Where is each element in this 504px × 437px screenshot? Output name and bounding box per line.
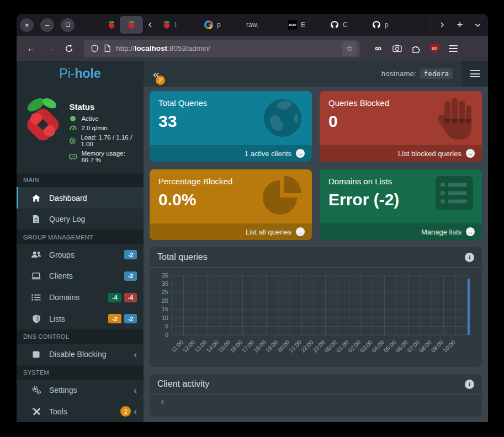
list-icon [31,294,41,301]
clients-badge: -2 [124,271,137,281]
url-text[interactable]: http://localhost:8053/admin/ [116,44,210,52]
svg-text:35: 35 [162,272,168,279]
card-footer-label: Manage lists [421,228,461,236]
lists-enabled-badge: -2 [108,314,121,323]
reload-button[interactable] [61,40,77,57]
sidebar-item-tools[interactable]: Tools 2‹ [17,401,144,423]
chevron-left-icon: ‹ [134,386,137,395]
total-queries-chart[interactable]: 3530252015105011:0012:0013:0014:0015:001… [153,271,476,364]
pihole-top-nav: «2 hostname: fedora [144,61,488,87]
svg-text:03:00: 03:00 [359,339,374,354]
browser-menu-button[interactable] [445,40,461,57]
svg-text:02:00: 02:00 [347,339,362,354]
chevron-down-icon [474,22,481,29]
tab-title: raw. [246,21,258,29]
sidebar-item-settings[interactable]: Settings ‹ [17,380,144,401]
manage-lists-card-link[interactable]: Manage lists → [320,223,482,240]
pinned-tab-pihole-active[interactable] [120,16,143,34]
pinned-tab-pihole[interactable] [103,16,120,34]
domains-on-lists-card: Domains on Lists Error (-2) Manage lists… [320,169,482,240]
pihole-logo-text[interactable]: Pi-hole [17,61,144,87]
status-load-row: Load: 1.76 / 1.16 / 1.00 [69,134,139,147]
sidebar-item-groups[interactable]: Groups -2 [17,244,144,266]
chevron-left-icon [147,22,153,28]
hostname-value: fedora [420,68,453,79]
total-queries-panel: Total queries i 3530252015105011:0012:00… [150,247,482,367]
file-icon [31,215,41,223]
sidebar-item-label: Settings [49,386,77,395]
tab-title: p [385,21,389,29]
ublock-origin-icon[interactable]: UO [426,40,443,57]
screenshot-camera-icon[interactable] [389,40,405,57]
domains-denied-badge: -4 [124,293,137,302]
tab-github-1[interactable]: C [325,16,367,34]
card-footer-label: 1 active clients [245,150,291,158]
forward-button[interactable]: → [42,40,59,57]
sidebar-item-clients[interactable]: Clients -2 [17,265,144,287]
tab-scroll-right-button[interactable] [435,18,449,32]
list-all-tabs-button[interactable] [470,18,485,32]
card-title: Queries Blocked [320,91,482,108]
info-icon[interactable]: i [465,253,474,262]
svg-text:16:00: 16:00 [229,339,243,354]
tab-dou[interactable]: DOU E [283,16,325,34]
percentage-blocked-card-link[interactable]: List all queries → [150,223,312,240]
svg-text:05:00: 05:00 [382,339,397,354]
card-value: 0 [320,108,482,131]
tab-google[interactable]: p [199,16,241,34]
status-rate-row: 2.0 q/min [69,125,139,131]
hostname-label: hostname: [381,70,416,78]
update-badge: 2 [156,76,165,85]
google-favicon [204,20,213,29]
tab-github-2[interactable]: p [367,16,409,34]
sidebar-item-label: Domains [49,293,79,302]
client-chart-ytick: 4 [161,399,164,406]
queries-blocked-card-link[interactable]: List blocked queries → [320,145,482,162]
stop-icon [31,351,41,358]
sidebar-item-dashboard[interactable]: Dashboard [17,187,144,209]
pihole-menu-button[interactable] [462,61,488,87]
card-title: Domains on Lists [320,169,482,186]
svg-text:01:00: 01:00 [335,339,350,354]
svg-text:30: 30 [162,280,168,287]
dou-favicon: DOU [288,20,297,29]
lists-total-badge: -2 [124,314,137,323]
window-minimize-button[interactable]: – [40,18,54,32]
sidebar-item-lists[interactable]: Lists -2-2 [17,308,144,329]
browser-window: × – l p raw. DOU E C [17,14,488,422]
bookmark-star-button[interactable]: ☆ [342,41,357,56]
window-close-button[interactable]: × [20,18,34,32]
url-bar[interactable]: http://localhost:8053/admin/ ☆ [84,40,360,57]
svg-text:17:00: 17:00 [240,339,255,354]
back-button[interactable]: ← [23,40,40,57]
window-maximize-button[interactable] [61,18,75,32]
svg-text:10:00: 10:00 [441,339,456,354]
sidebar-collapse-button[interactable]: «2 [153,68,160,79]
tracking-protection-shield-icon[interactable] [91,44,99,53]
total-queries-card-link[interactable]: 1 active clients → [150,145,312,162]
url-scheme: http:// [116,44,135,52]
github-favicon [372,20,381,29]
sidebar-item-domains[interactable]: Domains -4-4 [17,287,144,308]
tab-raw[interactable]: raw. [241,16,283,34]
status-memory-row: Memory usage: 66.7 % [69,150,139,163]
github-favicon [330,20,339,29]
sidebar-item-label: Dashboard [49,194,87,202]
tab-pihole-login[interactable]: l [157,16,199,34]
svg-text:0: 0 [165,332,168,338]
chevron-left-icon: ‹ [134,407,137,416]
arrow-circle-right-icon: → [466,227,475,236]
new-tab-button[interactable]: + [453,18,467,32]
extensions-puzzle-icon[interactable] [407,40,424,57]
tab-scroll-left-button[interactable] [143,18,157,32]
infinity-extension-icon[interactable]: ∞ [370,40,386,57]
svg-text:20:00: 20:00 [276,339,291,354]
laptop-icon [31,272,41,280]
sidebar-item-disable-blocking[interactable]: Disable Blocking ‹ [17,344,144,365]
card-title: Percentage Blocked [150,169,312,186]
status-title: Status [69,102,139,111]
sidebar-item-query-log[interactable]: Query Log [17,209,144,230]
card-title: Total Queries [150,91,312,108]
info-icon[interactable]: i [465,380,474,389]
page-info-icon[interactable] [104,44,111,52]
